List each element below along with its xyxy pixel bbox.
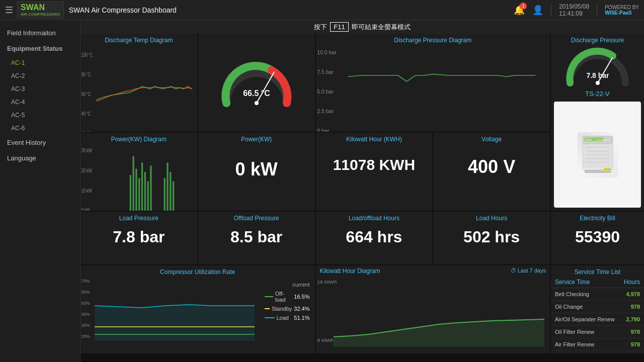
discharge-temp-title: Discharge Temp Diagram xyxy=(80,34,197,45)
header-right: 🔔 1 👤 2019/05/08 11:41:09 POWERED BY WIS… xyxy=(514,3,639,17)
svg-text:10.0 bar: 10.0 bar xyxy=(317,49,337,55)
service-air-filter-name: Air Filter Renew xyxy=(555,341,594,347)
kwh-diagram-tile: Kilowatt Hour Diagram ⏱ Last 7 days 16 M… xyxy=(316,265,550,353)
time-text: 11:41:09 xyxy=(559,10,589,17)
power-kw-diagram-tile: Power(KW) Diagram 30 kW 20 kW 10 kW 0 kW… xyxy=(80,133,197,211)
sidebar-item-ac3[interactable]: AC-3 xyxy=(0,82,80,96)
product-image: SWAN Smart Air Power xyxy=(554,102,641,208)
svg-marker-74 xyxy=(333,319,544,347)
service-belt-hours: 4,978 xyxy=(626,291,640,297)
svg-text:Smart Air Power: Smart Air Power xyxy=(596,139,610,141)
load-offload-hours-tile: Load/offload Hours 664 hrs xyxy=(316,212,433,264)
voltage-tile: Voltage 400 V xyxy=(433,133,550,211)
discharge-temp-chart: 100 °C 80 °C 60 °C 40 °C 20 °C 06:00 07:… xyxy=(80,45,197,132)
electricity-bill-title: Electricity Bill xyxy=(551,212,644,223)
sidebar-item-ac1[interactable]: AC-1 xyxy=(0,56,80,69)
kwh-diagram-title: Kilowatt Hour Diagram xyxy=(320,267,380,275)
f11-prefix: 按下 xyxy=(314,23,327,32)
kwh-diagram-header: Kilowatt Hour Diagram ⏱ Last 7 days xyxy=(316,265,550,277)
product-model-label: TS-22-V xyxy=(552,90,643,98)
discharge-pressure-chart: 10.0 bar 7.5 bar 5.0 bar 2.5 bar 0 bar 0… xyxy=(316,45,550,132)
product-tile: Discharge Pressure 7.8 bar TS-22-V xyxy=(551,34,644,211)
offload-line-icon xyxy=(265,296,273,297)
load-hours-tile: Load Hours 502 hrs xyxy=(433,212,550,264)
discharge-temp-tile: Discharge Temp Diagram 100 °C 80 °C 60 °… xyxy=(80,34,197,132)
menu-icon[interactable]: ☰ xyxy=(5,5,13,16)
offload-pressure-value: 8.5 bar xyxy=(198,223,315,251)
svg-text:7.8 bar: 7.8 bar xyxy=(586,71,609,79)
svg-point-12 xyxy=(255,101,259,105)
kwh-diagram-svg: 16 MWh 8 MWh xyxy=(316,277,550,349)
service-row-oil-change: Oil Change 978 xyxy=(551,301,644,313)
util-rate-title: Compressor Utilization Rate xyxy=(80,265,315,277)
discharge-pressure-gauge: 7.8 bar xyxy=(551,47,644,87)
load-pressure-tile: Load Pressure 7.8 bar xyxy=(80,212,197,264)
datetime-display: 2019/05/08 11:41:09 xyxy=(559,3,589,17)
svg-text:20 °C: 20 °C xyxy=(82,131,91,132)
sidebar-item-ac6[interactable]: AC-6 xyxy=(0,122,80,135)
svg-text:7.5 bar: 7.5 bar xyxy=(317,69,334,75)
svg-text:8 MWh: 8 MWh xyxy=(317,338,334,343)
divider2 xyxy=(597,4,597,16)
sidebar-item-ac4[interactable]: AC-4 xyxy=(0,96,80,109)
f11-key: F11 xyxy=(330,22,348,32)
util-chart-container: 70% 60% 50% 40% 30% 20% xyxy=(80,277,315,337)
util-standby-legend: Standby 32.4% xyxy=(265,306,310,312)
util-chart-svg: 70% 60% 50% 40% 30% 20% xyxy=(80,277,260,342)
svg-rect-60 xyxy=(164,178,166,211)
util-chart-area: 70% 60% 50% 40% 30% 20% xyxy=(80,277,260,337)
sidebar-item-ac5[interactable]: AC-5 xyxy=(0,109,80,122)
svg-text:30 kW: 30 kW xyxy=(82,147,92,154)
sidebar: Field Informaiton Equipment Status AC-1 … xyxy=(0,20,80,362)
svg-text:20%: 20% xyxy=(82,334,90,339)
load-hours-title: Load Hours xyxy=(433,212,550,223)
logo: SWAN AIR COMPRESSORS xyxy=(17,2,64,18)
svg-rect-53 xyxy=(132,156,134,211)
kwh-tile: Kilowatt Hour (KWH) 11078 KWH xyxy=(316,133,433,211)
standby-line-icon xyxy=(265,308,270,309)
load-pressure-value: 7.8 bar xyxy=(80,223,197,251)
power-kw-diagram-title: Power(KW) Diagram xyxy=(80,133,197,144)
sidebar-item-field-info[interactable]: Field Informaiton xyxy=(0,25,80,41)
util-offload-label: Off-load xyxy=(275,291,292,303)
svg-text:SWAN: SWAN xyxy=(585,138,592,141)
svg-rect-58 xyxy=(147,181,148,211)
svg-rect-62 xyxy=(170,172,171,211)
sidebar-item-event-history[interactable]: Event History xyxy=(0,135,80,150)
service-air-oil-hours: 2,790 xyxy=(626,316,640,322)
svg-text:0 kW: 0 kW xyxy=(82,207,90,211)
sidebar-item-language[interactable]: Language xyxy=(0,150,80,166)
compressor-svg: SWAN Smart Air Power xyxy=(575,132,620,177)
notification-badge: 1 xyxy=(520,3,527,10)
util-standby-value: 32.4% xyxy=(294,306,309,312)
util-standby-label: Standby xyxy=(272,306,292,312)
temp-gauge-container: 66.5 °C xyxy=(219,34,294,132)
util-load-legend: Load 51.1% xyxy=(265,315,310,321)
svg-marker-71 xyxy=(95,305,255,341)
svg-text:50%: 50% xyxy=(82,301,90,306)
date-text: 2019/05/08 xyxy=(559,3,589,10)
svg-text:TS-22-V: TS-22-V xyxy=(604,168,611,170)
temp-gauge-svg: 66.5 °C xyxy=(219,58,294,108)
service-time-list-title: Service Time List xyxy=(551,265,644,277)
svg-text:5.0 bar: 5.0 bar xyxy=(317,88,334,95)
f11-suffix: 即可結束全螢幕模式 xyxy=(352,23,411,32)
power-kw-chart: 30 kW 20 kW 10 kW 0 kW 06:00 07:00 08:00… xyxy=(80,144,197,211)
discharge-pressure-diagram-tile: Discharge Pressure Diagram 10.0 bar 7.5 … xyxy=(316,34,550,132)
load-hours-value: 502 hrs xyxy=(433,223,550,251)
service-col-hours: Hours xyxy=(624,279,640,286)
sidebar-item-ac2[interactable]: AC-2 xyxy=(0,69,80,82)
load-offload-hours-value: 664 hrs xyxy=(316,223,433,251)
user-icon[interactable]: 👤 xyxy=(532,5,543,16)
notification-bell[interactable]: 🔔 1 xyxy=(514,5,525,16)
discharge-pressure-right-title: Discharge Pressure xyxy=(551,34,644,45)
svg-rect-54 xyxy=(135,169,137,211)
util-load-value: 51.1% xyxy=(294,315,309,321)
svg-rect-59 xyxy=(150,165,151,211)
kwh-value: 11078 KWH xyxy=(316,144,433,178)
kwh-last-7days: ⏱ Last 7 days xyxy=(511,267,546,275)
svg-point-26 xyxy=(596,81,600,85)
service-row-oil-filter: Oil Filter Renew 978 xyxy=(551,326,644,338)
logo-sub: AIR COMPRESSORS xyxy=(21,12,60,17)
header: ☰ SWAN AIR COMPRESSORS SWAN Air Compress… xyxy=(0,0,644,20)
